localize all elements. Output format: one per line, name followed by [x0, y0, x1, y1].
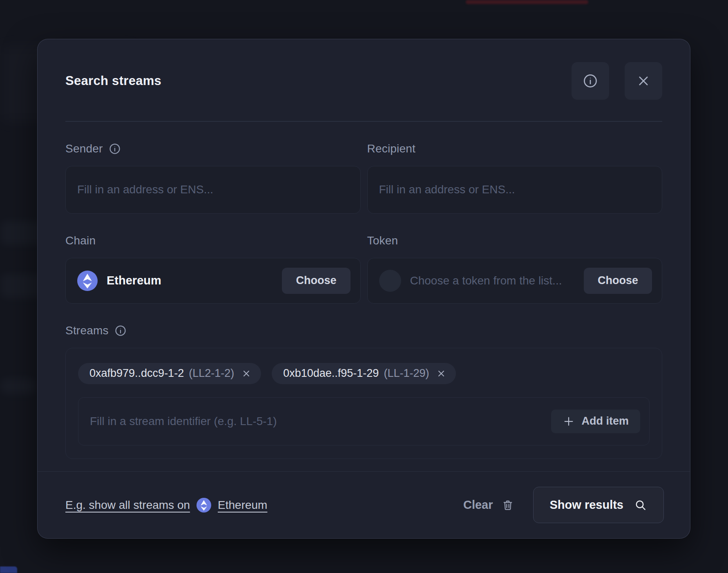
- chain-value: Ethereum: [77, 271, 282, 291]
- recipient-field-group: Recipient: [367, 142, 663, 214]
- modal-header: Search streams: [38, 39, 690, 100]
- modal-footer: E.g. show all streams on Ethereum Clear: [38, 471, 690, 538]
- info-circle-icon: [583, 73, 598, 89]
- info-circle-icon[interactable]: [114, 325, 127, 337]
- streams-label: Streams: [65, 324, 109, 337]
- stream-chip: 0xb10dae..f95-1-29 (LL-1-29): [272, 363, 456, 384]
- info-button[interactable]: [572, 62, 609, 100]
- example-streams-link[interactable]: E.g. show all streams on Ethereum: [65, 498, 267, 513]
- ethereum-logo-icon: [77, 271, 98, 291]
- add-item-button[interactable]: Add item: [551, 410, 640, 433]
- streams-label-row: Streams: [65, 324, 662, 337]
- example-link-prefix: E.g. show all streams on: [65, 499, 190, 512]
- chain-token-row: Chain Ethereum: [65, 234, 662, 304]
- recipient-label-row: Recipient: [367, 142, 663, 155]
- remove-chip-icon[interactable]: [241, 369, 251, 378]
- recipient-label: Recipient: [367, 142, 416, 155]
- sender-input[interactable]: [65, 166, 361, 214]
- close-icon: [636, 74, 650, 88]
- token-choose-button[interactable]: Choose: [584, 268, 652, 294]
- streams-box: 0xafb979..dcc9-1-2 (LL2-1-2) 0xb10dae..f…: [65, 348, 662, 459]
- token-placeholder-circle-icon: [379, 270, 401, 292]
- chain-field-group: Chain Ethereum: [65, 234, 361, 304]
- chain-label-row: Chain: [65, 234, 361, 247]
- ethereum-logo-icon: [197, 498, 211, 513]
- chain-choose-button[interactable]: Choose: [282, 268, 350, 294]
- header-actions: [572, 62, 662, 100]
- stream-chip-alias: (LL2-1-2): [189, 367, 234, 380]
- streams-section: Streams 0xafb979..dcc9-1-2 (LL2-1-2): [65, 324, 662, 459]
- sender-field-group: Sender: [65, 142, 361, 214]
- show-results-button[interactable]: Show results: [533, 487, 664, 523]
- example-link-chain: Ethereum: [218, 499, 267, 512]
- modal-title: Search streams: [65, 74, 161, 88]
- sender-recipient-row: Sender Recipient: [65, 142, 662, 214]
- page-background: { "modal": { "title": "Search streams", …: [0, 0, 728, 573]
- remove-chip-icon[interactable]: [436, 369, 446, 378]
- stream-chip: 0xafb979..dcc9-1-2 (LL2-1-2): [78, 363, 261, 384]
- sender-label-row: Sender: [65, 142, 361, 155]
- token-select: Choose a token from the list... Choose: [367, 258, 663, 304]
- search-streams-modal: Search streams: [37, 39, 690, 539]
- clear-button[interactable]: Clear: [463, 498, 514, 512]
- chain-label: Chain: [65, 234, 96, 247]
- modal-body: Sender Recipient: [38, 122, 690, 459]
- token-label-row: Token: [367, 234, 663, 247]
- info-circle-icon[interactable]: [109, 143, 121, 155]
- backdrop-red-bar-artifact: [466, 0, 588, 4]
- plus-icon: [563, 415, 575, 428]
- close-button[interactable]: [625, 62, 662, 100]
- stream-input-row: Add item: [78, 397, 650, 445]
- stream-chip-alias: (LL-1-29): [384, 367, 429, 380]
- token-label: Token: [367, 234, 398, 247]
- add-item-label: Add item: [581, 415, 629, 428]
- footer-actions: Clear Show results: [463, 487, 664, 523]
- recipient-input[interactable]: [367, 166, 663, 214]
- token-placeholder-text: Choose a token from the list...: [410, 274, 562, 287]
- stream-identifier-input[interactable]: [90, 398, 551, 445]
- search-icon: [634, 499, 647, 512]
- chain-select: Ethereum Choose: [65, 258, 361, 304]
- clear-label: Clear: [463, 498, 493, 512]
- show-results-label: Show results: [550, 498, 624, 512]
- trash-icon: [501, 499, 514, 512]
- token-field-group: Token Choose a token from the list... Ch…: [367, 234, 663, 304]
- chain-selected-name: Ethereum: [107, 274, 161, 287]
- stream-chip-id: 0xb10dae..f95-1-29: [283, 367, 379, 380]
- token-value: Choose a token from the list...: [379, 270, 584, 292]
- sender-label: Sender: [65, 142, 103, 155]
- stream-chips-row: 0xafb979..dcc9-1-2 (LL2-1-2) 0xb10dae..f…: [78, 363, 650, 384]
- stream-chip-id: 0xafb979..dcc9-1-2: [89, 367, 184, 380]
- backdrop-blur-artifact: [0, 378, 37, 394]
- backdrop-blue-corner-artifact: [0, 566, 17, 573]
